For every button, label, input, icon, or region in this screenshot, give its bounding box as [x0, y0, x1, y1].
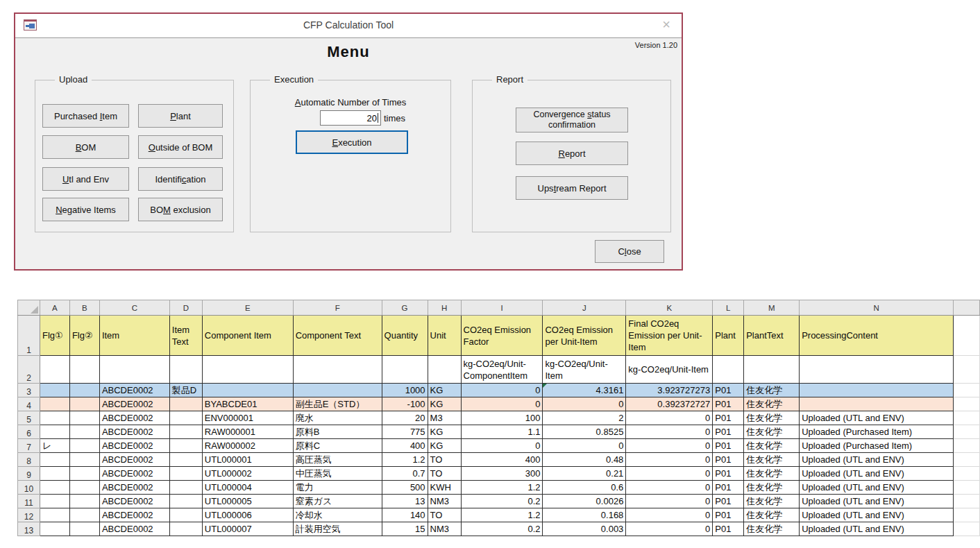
cell-G4[interactable]: -100 [382, 397, 428, 411]
cell-C4[interactable]: ABCDE0002 [99, 397, 169, 411]
cell-H4[interactable]: KG [428, 397, 461, 411]
cell-B12[interactable] [69, 508, 99, 522]
cell-J11[interactable]: 0.0026 [543, 495, 626, 508]
cell-F10[interactable]: 電力 [293, 481, 382, 495]
cell-E11[interactable]: UTL000005 [202, 495, 293, 508]
cell-J6[interactable]: 0.8525 [543, 425, 626, 439]
cell-A6[interactable] [40, 425, 69, 439]
cell-E10[interactable]: UTL000004 [202, 481, 293, 495]
column-header-J[interactable]: J [543, 300, 626, 316]
cell-M5[interactable]: 住友化学 [744, 411, 800, 425]
cell-B11[interactable] [69, 495, 99, 508]
cell-F6[interactable]: 原料B [293, 425, 382, 439]
cell-M10[interactable]: 住友化学 [744, 481, 800, 495]
row-header-1[interactable]: 1 [18, 316, 40, 356]
cell-B9[interactable] [69, 467, 99, 481]
cell-D11[interactable] [169, 495, 202, 508]
cell-A10[interactable] [40, 481, 69, 495]
cell-partial[interactable] [953, 316, 979, 356]
row-header-13[interactable]: 13 [18, 522, 40, 536]
cell-F11[interactable]: 窒素ガス [293, 495, 382, 508]
cell-A12[interactable] [40, 508, 69, 522]
cell-B2[interactable] [69, 356, 99, 384]
cell-M3[interactable]: 住友化学 [744, 384, 800, 397]
cell-H6[interactable]: KG [428, 425, 461, 439]
report-button[interactable]: Report [516, 142, 628, 165]
cell-partial[interactable] [953, 397, 979, 411]
column-header-B[interactable]: B [69, 300, 99, 316]
cell-C12[interactable]: ABCDE0002 [99, 508, 169, 522]
cell-E7[interactable]: RAW000002 [202, 439, 293, 453]
cell-B7[interactable] [69, 439, 99, 453]
cell-J13[interactable]: 0.003 [543, 522, 626, 536]
cell-G12[interactable]: 140 [382, 508, 428, 522]
cell-C6[interactable]: ABCDE0002 [99, 425, 169, 439]
cell-H11[interactable]: NM3 [428, 495, 461, 508]
purchased-item-button[interactable]: Purchased Item [42, 104, 129, 128]
row-header-5[interactable]: 5 [18, 411, 40, 425]
cell-M8[interactable]: 住友化学 [744, 453, 800, 467]
cell-M9[interactable]: 住友化学 [744, 467, 800, 481]
cell-M2[interactable] [744, 356, 800, 384]
cell-K9[interactable]: 0 [626, 467, 713, 481]
cell-L1[interactable]: Plant [713, 316, 744, 356]
cell-H9[interactable]: TO [428, 467, 461, 481]
cell-M1[interactable]: PlantText [744, 316, 800, 356]
cell-E2[interactable] [202, 356, 293, 384]
cell-J10[interactable]: 0.6 [543, 481, 626, 495]
cell-K11[interactable]: 0 [626, 495, 713, 508]
cell-E6[interactable]: RAW000001 [202, 425, 293, 439]
cell-K12[interactable]: 0 [626, 508, 713, 522]
cell-E4[interactable]: BYABCDE01 [202, 397, 293, 411]
cell-K1[interactable]: Final CO2eq Emission per Unit-Item [626, 316, 713, 356]
cell-E1[interactable]: Component Item [202, 316, 293, 356]
cell-L3[interactable]: P01 [713, 384, 744, 397]
close-button[interactable]: Close [595, 240, 664, 263]
cell-N2[interactable] [800, 356, 954, 384]
column-header-N[interactable]: N [800, 300, 954, 316]
cell-J4[interactable]: 0 [543, 397, 626, 411]
cell-B3[interactable] [69, 384, 99, 397]
column-header-partial[interactable] [953, 300, 979, 316]
cell-H3[interactable]: KG [428, 384, 461, 397]
cell-E5[interactable]: ENV000001 [202, 411, 293, 425]
cell-partial[interactable] [953, 495, 979, 508]
cell-N8[interactable]: Uploaded (UTL and ENV) [800, 453, 954, 467]
cell-H5[interactable]: M3 [428, 411, 461, 425]
cell-N3[interactable] [800, 384, 954, 397]
cell-B5[interactable] [69, 411, 99, 425]
cell-L5[interactable]: P01 [713, 411, 744, 425]
cell-A7[interactable]: レ [40, 439, 69, 453]
cell-C11[interactable]: ABCDE0002 [99, 495, 169, 508]
cell-G9[interactable]: 0.7 [382, 467, 428, 481]
outside-of-bom-button[interactable]: Outside of BOM [138, 135, 223, 159]
cell-partial[interactable] [953, 522, 979, 536]
cell-D1[interactable]: Item Text [169, 316, 202, 356]
cell-G13[interactable]: 15 [382, 522, 428, 536]
cell-J3[interactable]: 4.3161 [543, 384, 626, 397]
cell-D4[interactable] [169, 397, 202, 411]
cell-F5[interactable]: 廃水 [293, 411, 382, 425]
cell-M11[interactable]: 住友化学 [744, 495, 800, 508]
row-header-12[interactable]: 12 [18, 508, 40, 522]
column-header-H[interactable]: H [428, 300, 461, 316]
cell-N4[interactable] [800, 397, 954, 411]
plant-button[interactable]: Plant [138, 104, 223, 128]
cell-partial[interactable] [953, 439, 979, 453]
cell-H8[interactable]: TO [428, 453, 461, 467]
cell-F7[interactable]: 原料C [293, 439, 382, 453]
row-header-9[interactable]: 9 [18, 467, 40, 481]
cell-F2[interactable] [293, 356, 382, 384]
cell-partial[interactable] [953, 411, 979, 425]
cell-B1[interactable]: Flg② [69, 316, 99, 356]
cell-N12[interactable]: Uploaded (UTL and ENV) [800, 508, 954, 522]
cell-K4[interactable]: 0.392372727 [626, 397, 713, 411]
cell-D6[interactable] [169, 425, 202, 439]
cell-C1[interactable]: Item [99, 316, 169, 356]
cell-J7[interactable]: 0 [543, 439, 626, 453]
cell-G5[interactable]: 20 [382, 411, 428, 425]
cell-A5[interactable] [40, 411, 69, 425]
cell-M4[interactable]: 住友化学 [744, 397, 800, 411]
cell-K3[interactable]: 3.923727273 [626, 384, 713, 397]
cell-partial[interactable] [953, 453, 979, 467]
